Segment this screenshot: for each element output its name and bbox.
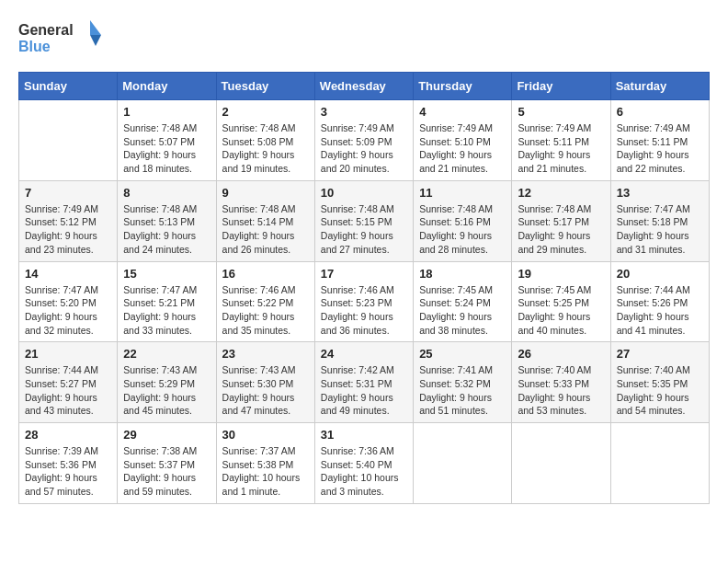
calendar-cell: 26Sunrise: 7:40 AMSunset: 5:33 PMDayligh… xyxy=(512,342,610,423)
weekday-header-tuesday: Tuesday xyxy=(216,73,314,100)
day-info: Sunrise: 7:40 AMSunset: 5:33 PMDaylight:… xyxy=(518,363,604,418)
day-info: Sunrise: 7:36 AMSunset: 5:40 PMDaylight:… xyxy=(321,444,407,499)
calendar-cell xyxy=(414,423,512,504)
day-info: Sunrise: 7:45 AMSunset: 5:24 PMDaylight:… xyxy=(419,283,506,338)
calendar-cell: 12Sunrise: 7:48 AMSunset: 5:17 PMDayligh… xyxy=(512,180,610,261)
day-number: 31 xyxy=(321,428,407,442)
calendar-cell: 5Sunrise: 7:49 AMSunset: 5:11 PMDaylight… xyxy=(512,100,610,181)
calendar-cell: 6Sunrise: 7:49 AMSunset: 5:11 PMDaylight… xyxy=(610,100,709,181)
weekday-header-monday: Monday xyxy=(118,73,216,100)
day-number: 2 xyxy=(222,105,309,119)
calendar-cell: 9Sunrise: 7:48 AMSunset: 5:14 PMDaylight… xyxy=(216,180,314,261)
calendar-cell: 22Sunrise: 7:43 AMSunset: 5:29 PMDayligh… xyxy=(118,342,216,423)
day-number: 12 xyxy=(518,186,604,200)
day-info: Sunrise: 7:49 AMSunset: 5:12 PMDaylight:… xyxy=(25,202,111,257)
calendar-cell: 25Sunrise: 7:41 AMSunset: 5:32 PMDayligh… xyxy=(414,342,512,423)
day-info: Sunrise: 7:42 AMSunset: 5:31 PMDaylight:… xyxy=(321,363,407,418)
logo: GeneralBlue xyxy=(18,18,110,57)
calendar-cell: 4Sunrise: 7:49 AMSunset: 5:10 PMDaylight… xyxy=(414,100,512,181)
day-info: Sunrise: 7:47 AMSunset: 5:20 PMDaylight:… xyxy=(25,283,111,338)
day-number: 22 xyxy=(123,347,210,361)
calendar-cell: 1Sunrise: 7:48 AMSunset: 5:07 PMDaylight… xyxy=(118,100,216,181)
day-number: 11 xyxy=(419,186,506,200)
calendar-cell xyxy=(19,100,118,181)
day-number: 25 xyxy=(419,347,506,361)
day-info: Sunrise: 7:48 AMSunset: 5:17 PMDaylight:… xyxy=(518,202,604,257)
calendar-cell: 21Sunrise: 7:44 AMSunset: 5:27 PMDayligh… xyxy=(19,342,118,423)
calendar-cell: 11Sunrise: 7:48 AMSunset: 5:16 PMDayligh… xyxy=(414,180,512,261)
calendar-cell: 29Sunrise: 7:38 AMSunset: 5:37 PMDayligh… xyxy=(118,423,216,504)
calendar-cell: 30Sunrise: 7:37 AMSunset: 5:38 PMDayligh… xyxy=(216,423,314,504)
day-number: 17 xyxy=(321,267,407,281)
day-number: 21 xyxy=(25,347,111,361)
day-info: Sunrise: 7:39 AMSunset: 5:36 PMDaylight:… xyxy=(25,444,111,499)
weekday-header-wednesday: Wednesday xyxy=(314,73,413,100)
calendar-cell: 23Sunrise: 7:43 AMSunset: 5:30 PMDayligh… xyxy=(216,342,314,423)
day-number: 15 xyxy=(123,267,210,281)
day-number: 1 xyxy=(123,105,210,119)
calendar-cell: 7Sunrise: 7:49 AMSunset: 5:12 PMDaylight… xyxy=(19,180,118,261)
calendar-cell: 18Sunrise: 7:45 AMSunset: 5:24 PMDayligh… xyxy=(414,261,512,342)
weekday-header-friday: Friday xyxy=(512,73,610,100)
week-row-2: 7Sunrise: 7:49 AMSunset: 5:12 PMDaylight… xyxy=(19,180,710,261)
day-info: Sunrise: 7:43 AMSunset: 5:29 PMDaylight:… xyxy=(123,363,210,418)
day-info: Sunrise: 7:49 AMSunset: 5:11 PMDaylight:… xyxy=(518,121,604,176)
calendar-cell: 27Sunrise: 7:40 AMSunset: 5:35 PMDayligh… xyxy=(610,342,709,423)
calendar-cell: 17Sunrise: 7:46 AMSunset: 5:23 PMDayligh… xyxy=(314,261,413,342)
day-info: Sunrise: 7:49 AMSunset: 5:10 PMDaylight:… xyxy=(419,121,506,176)
calendar-cell xyxy=(512,423,610,504)
calendar-cell: 31Sunrise: 7:36 AMSunset: 5:40 PMDayligh… xyxy=(314,423,413,504)
day-number: 6 xyxy=(617,105,703,119)
calendar-cell: 13Sunrise: 7:47 AMSunset: 5:18 PMDayligh… xyxy=(610,180,709,261)
day-info: Sunrise: 7:49 AMSunset: 5:11 PMDaylight:… xyxy=(617,121,703,176)
week-row-4: 21Sunrise: 7:44 AMSunset: 5:27 PMDayligh… xyxy=(19,342,710,423)
day-number: 14 xyxy=(25,267,111,281)
day-number: 18 xyxy=(419,267,506,281)
weekday-header-row: SundayMondayTuesdayWednesdayThursdayFrid… xyxy=(19,73,710,100)
day-number: 23 xyxy=(222,347,309,361)
day-info: Sunrise: 7:37 AMSunset: 5:38 PMDaylight:… xyxy=(222,444,309,499)
day-number: 13 xyxy=(617,186,703,200)
weekday-header-sunday: Sunday xyxy=(19,73,118,100)
day-number: 7 xyxy=(25,186,111,200)
day-info: Sunrise: 7:48 AMSunset: 5:13 PMDaylight:… xyxy=(123,202,210,257)
day-info: Sunrise: 7:40 AMSunset: 5:35 PMDaylight:… xyxy=(617,363,703,418)
calendar-cell: 8Sunrise: 7:48 AMSunset: 5:13 PMDaylight… xyxy=(118,180,216,261)
svg-marker-3 xyxy=(90,35,101,46)
svg-marker-2 xyxy=(90,20,101,35)
day-info: Sunrise: 7:46 AMSunset: 5:23 PMDaylight:… xyxy=(321,283,407,338)
weekday-header-thursday: Thursday xyxy=(414,73,512,100)
day-number: 30 xyxy=(222,428,309,442)
day-number: 28 xyxy=(25,428,111,442)
day-number: 26 xyxy=(518,347,604,361)
day-info: Sunrise: 7:48 AMSunset: 5:16 PMDaylight:… xyxy=(419,202,506,257)
svg-text:Blue: Blue xyxy=(18,39,51,54)
calendar-cell: 10Sunrise: 7:48 AMSunset: 5:15 PMDayligh… xyxy=(314,180,413,261)
calendar-cell: 24Sunrise: 7:42 AMSunset: 5:31 PMDayligh… xyxy=(314,342,413,423)
calendar-cell: 15Sunrise: 7:47 AMSunset: 5:21 PMDayligh… xyxy=(118,261,216,342)
day-number: 19 xyxy=(518,267,604,281)
calendar-cell: 16Sunrise: 7:46 AMSunset: 5:22 PMDayligh… xyxy=(216,261,314,342)
calendar: SundayMondayTuesdayWednesdayThursdayFrid… xyxy=(18,72,710,504)
day-number: 27 xyxy=(617,347,703,361)
day-info: Sunrise: 7:38 AMSunset: 5:37 PMDaylight:… xyxy=(123,444,210,499)
day-info: Sunrise: 7:41 AMSunset: 5:32 PMDaylight:… xyxy=(419,363,506,418)
calendar-cell: 3Sunrise: 7:49 AMSunset: 5:09 PMDaylight… xyxy=(314,100,413,181)
day-number: 3 xyxy=(321,105,407,119)
day-info: Sunrise: 7:48 AMSunset: 5:15 PMDaylight:… xyxy=(321,202,407,257)
day-number: 29 xyxy=(123,428,210,442)
day-info: Sunrise: 7:48 AMSunset: 5:14 PMDaylight:… xyxy=(222,202,309,257)
day-info: Sunrise: 7:49 AMSunset: 5:09 PMDaylight:… xyxy=(321,121,407,176)
day-number: 24 xyxy=(321,347,407,361)
calendar-cell: 28Sunrise: 7:39 AMSunset: 5:36 PMDayligh… xyxy=(19,423,118,504)
calendar-cell: 20Sunrise: 7:44 AMSunset: 5:26 PMDayligh… xyxy=(610,261,709,342)
day-info: Sunrise: 7:45 AMSunset: 5:25 PMDaylight:… xyxy=(518,283,604,338)
logo-svg: GeneralBlue xyxy=(18,18,110,57)
day-number: 4 xyxy=(419,105,506,119)
day-info: Sunrise: 7:47 AMSunset: 5:18 PMDaylight:… xyxy=(617,202,703,257)
day-info: Sunrise: 7:44 AMSunset: 5:26 PMDaylight:… xyxy=(617,283,703,338)
week-row-5: 28Sunrise: 7:39 AMSunset: 5:36 PMDayligh… xyxy=(19,423,710,504)
day-info: Sunrise: 7:46 AMSunset: 5:22 PMDaylight:… xyxy=(222,283,309,338)
day-info: Sunrise: 7:43 AMSunset: 5:30 PMDaylight:… xyxy=(222,363,309,418)
day-number: 20 xyxy=(617,267,703,281)
